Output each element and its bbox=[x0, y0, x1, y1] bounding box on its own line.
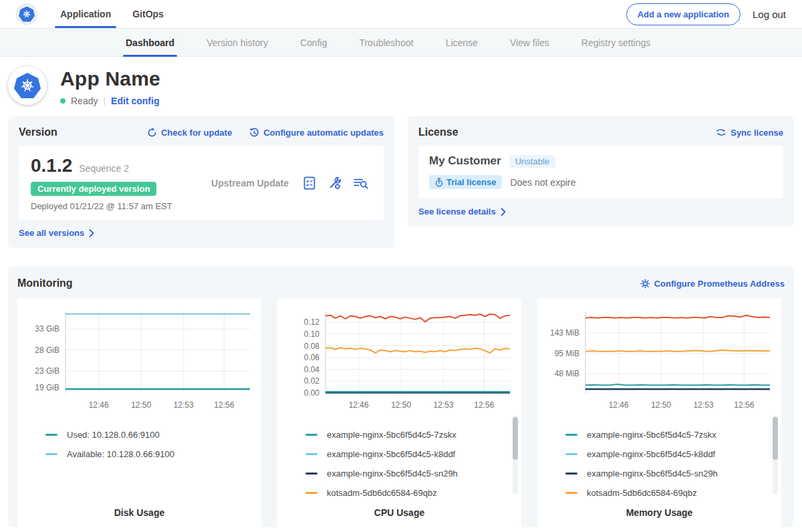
svg-text:0.02: 0.02 bbox=[304, 376, 320, 386]
legend-label: example-nginx-5bc6f5d4c5-sn29h bbox=[327, 469, 458, 479]
customer-name: My Customer bbox=[429, 154, 501, 168]
svg-text:12:53: 12:53 bbox=[174, 400, 194, 410]
legend-item: Used: 10.128.0.66:9100 bbox=[45, 425, 255, 444]
legend-swatch bbox=[45, 434, 57, 436]
tab-registry-settings[interactable]: Registry settings bbox=[581, 29, 650, 56]
legend-swatch bbox=[305, 453, 317, 455]
chevron-right-icon bbox=[501, 208, 506, 216]
svg-text:33 GiB: 33 GiB bbox=[35, 324, 59, 334]
svg-text:12:50: 12:50 bbox=[391, 400, 411, 410]
add-application-button[interactable]: Add a new application bbox=[626, 3, 741, 25]
svg-text:0.10: 0.10 bbox=[304, 329, 320, 339]
app-header: App Name Ready | Edit config bbox=[8, 66, 786, 106]
deployed-timestamp: Deployed 01/21/22 @ 11:57 am EST bbox=[31, 201, 198, 211]
see-license-details-link[interactable]: See license details bbox=[418, 207, 506, 217]
legend-label: Used: 10.128.0.66:9100 bbox=[67, 430, 160, 440]
configure-prometheus-link[interactable]: Configure Prometheus Address bbox=[640, 279, 785, 289]
configure-automatic-updates-link[interactable]: Configure automatic updates bbox=[249, 128, 384, 138]
svg-text:12:56: 12:56 bbox=[214, 400, 234, 410]
legend-label: example-nginx-5bc6f5d4c5-sn29h bbox=[587, 469, 718, 479]
legend-scrollbar-thumb[interactable] bbox=[513, 417, 518, 460]
svg-text:12:53: 12:53 bbox=[694, 400, 714, 410]
disk-usage-chart-card: 33 GiB28 GiB23 GiB19 GiB12:4612:5012:531… bbox=[17, 298, 261, 527]
legend-swatch bbox=[45, 453, 57, 455]
app-status: Ready bbox=[71, 96, 98, 106]
divider: | bbox=[103, 96, 106, 106]
page-title: App Name bbox=[60, 68, 160, 90]
legend-label: example-nginx-5bc6f5d4c5-k8ddf bbox=[327, 449, 455, 459]
version-card-title: Version bbox=[19, 126, 57, 138]
sync-license-link[interactable]: Sync license bbox=[716, 128, 783, 138]
tab-dashboard[interactable]: Dashboard bbox=[126, 29, 174, 56]
svg-text:0.06: 0.06 bbox=[304, 353, 320, 362]
svg-text:0.04: 0.04 bbox=[304, 365, 320, 374]
svg-text:12:53: 12:53 bbox=[434, 400, 454, 410]
monitoring-title: Monitoring bbox=[17, 277, 73, 289]
stopwatch-icon bbox=[435, 178, 443, 187]
svg-text:28 GiB: 28 GiB bbox=[35, 346, 59, 355]
chart-title: Disk Usage bbox=[24, 507, 255, 518]
deployed-status-badge: Currently deployed version bbox=[31, 182, 156, 196]
clock-history-icon bbox=[249, 128, 259, 138]
chevron-right-icon bbox=[89, 229, 94, 237]
legend-swatch bbox=[305, 434, 317, 436]
legend-item: kotsadm-5db6dc6584-69qbz bbox=[305, 483, 515, 503]
svg-text:12:50: 12:50 bbox=[131, 400, 151, 410]
legend-scrollbar-thumb[interactable] bbox=[773, 417, 778, 460]
edit-config-link[interactable]: Edit config bbox=[111, 96, 159, 106]
legend-item: example-nginx-5bc6f5d4c5-7zskx bbox=[305, 425, 515, 444]
svg-text:143 MiB: 143 MiB bbox=[550, 328, 579, 338]
see-all-versions-link[interactable]: See all versions bbox=[19, 228, 94, 238]
disk-usage-chart: 33 GiB28 GiB23 GiB19 GiB12:4612:5012:531… bbox=[24, 307, 255, 413]
diff-logs-icon[interactable] bbox=[353, 176, 369, 190]
legend-item: example-nginx-5bc6f5d4c5-7zskx bbox=[565, 425, 775, 444]
kubernetes-logo[interactable] bbox=[16, 3, 37, 25]
legend-label: kotsadm-5db6dc6584-69qbz bbox=[327, 488, 437, 498]
config-wrench-icon[interactable] bbox=[327, 176, 342, 190]
legend-scrollbar[interactable] bbox=[513, 416, 518, 495]
logout-button[interactable]: Log out bbox=[753, 9, 786, 20]
version-sequence: Sequence 2 bbox=[79, 163, 129, 174]
legend-item: Available: 10.128.0.66:9100 bbox=[45, 444, 255, 464]
legend-label: Available: 10.128.0.66:9100 bbox=[67, 449, 174, 459]
version-number: 0.1.2 bbox=[31, 155, 72, 176]
sync-arrows-icon bbox=[716, 128, 726, 137]
legend-swatch bbox=[305, 473, 317, 475]
svg-text:12:46: 12:46 bbox=[89, 400, 109, 410]
kubernetes-app-icon bbox=[8, 66, 47, 105]
tab-config[interactable]: Config bbox=[300, 29, 327, 56]
legend-swatch bbox=[565, 453, 577, 455]
top-nav-tabs: Application GitOps bbox=[60, 0, 164, 28]
legend-label: example-nginx-5bc6f5d4c5-k8ddf bbox=[587, 449, 715, 459]
tab-application[interactable]: Application bbox=[60, 0, 111, 28]
legend-swatch bbox=[565, 473, 577, 475]
svg-text:95 MiB: 95 MiB bbox=[555, 349, 579, 358]
tab-gitops[interactable]: GitOps bbox=[132, 0, 164, 28]
tab-version-history[interactable]: Version history bbox=[207, 29, 268, 56]
svg-text:19 GiB: 19 GiB bbox=[35, 383, 59, 392]
memory-usage-chart: 143 MiB95 MiB48 MiB12:4612:5012:5312:56 bbox=[544, 307, 775, 413]
tab-license[interactable]: License bbox=[446, 29, 478, 56]
tab-troubleshoot[interactable]: Troubleshoot bbox=[359, 29, 413, 56]
chart-title: Memory Usage bbox=[544, 507, 775, 518]
license-card-title: License bbox=[418, 126, 458, 138]
cpu-usage-chart: 0.120.100.080.060.040.020.0012:4612:5012… bbox=[284, 307, 515, 413]
monitoring-section: Monitoring Configure Prometheus Address … bbox=[8, 267, 794, 527]
svg-text:48 MiB: 48 MiB bbox=[555, 369, 579, 378]
channel-badge: Unstable bbox=[509, 155, 555, 168]
legend-scrollbar[interactable] bbox=[773, 416, 778, 495]
svg-text:12:50: 12:50 bbox=[651, 400, 671, 410]
legend-swatch bbox=[565, 492, 577, 494]
check-for-update-link[interactable]: Check for update bbox=[147, 128, 232, 138]
legend-swatch bbox=[305, 492, 317, 494]
license-card: License Sync license My Customer Unstabl… bbox=[408, 116, 794, 227]
legend-item: example-nginx-5bc6f5d4c5-k8ddf bbox=[565, 444, 775, 464]
legend-label: example-nginx-5bc6f5d4c5-7zskx bbox=[327, 430, 456, 440]
top-nav: Application GitOps Add a new application… bbox=[0, 0, 802, 28]
tab-view-files[interactable]: View files bbox=[510, 29, 549, 56]
legend-item: example-nginx-5bc6f5d4c5-sn29h bbox=[305, 464, 515, 483]
app-sub-nav: Dashboard Version history Config Trouble… bbox=[0, 28, 802, 57]
preflight-checks-icon[interactable] bbox=[302, 176, 317, 190]
legend-label: kotsadm-5db6dc6584-69qbz bbox=[587, 488, 697, 498]
current-version-row: 0.1.2 Sequence 2 Currently deployed vers… bbox=[19, 146, 384, 220]
